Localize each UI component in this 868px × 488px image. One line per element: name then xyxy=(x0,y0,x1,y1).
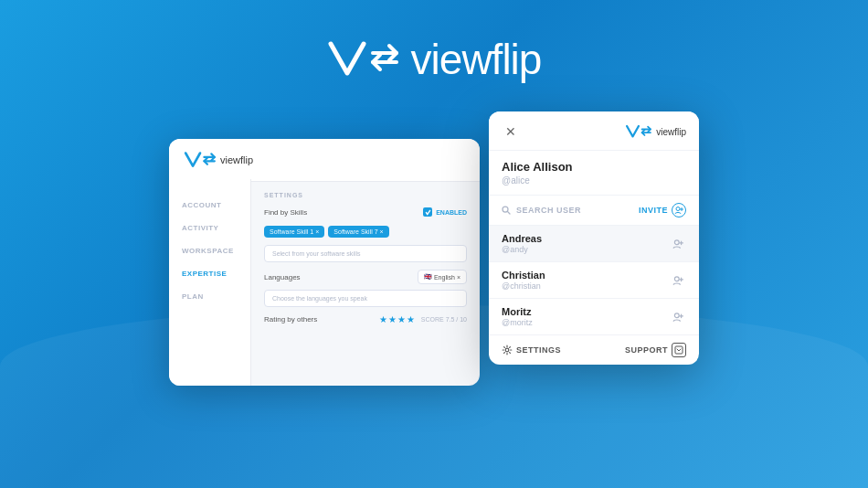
user-list-item-andreas[interactable]: Andreas @andy xyxy=(489,226,699,262)
star-icons: ★★★★ xyxy=(379,314,416,324)
languages-label: Languages xyxy=(264,273,301,281)
close-button[interactable]: ✕ xyxy=(502,122,520,141)
svg-rect-21 xyxy=(675,346,683,354)
invite-label: INVITE xyxy=(639,206,668,215)
user-list-item-christian[interactable]: Christian @christian xyxy=(489,262,699,299)
footer-settings[interactable]: SETTINGS xyxy=(502,345,561,355)
footer-support[interactable]: SUPPORT xyxy=(625,343,686,357)
user-name-andreas: Andreas xyxy=(502,233,542,244)
user-handle-moritz: @moritz xyxy=(502,318,533,327)
find-by-skills-label: Find by Skills xyxy=(264,208,307,217)
skill-tag-2[interactable]: Software Skill 7 × xyxy=(328,226,388,238)
skill-placeholder[interactable]: Select from your software skills xyxy=(264,245,467,262)
user-card-brand: viewflip xyxy=(656,127,686,137)
sidebar-item-account[interactable]: ACCOUNT xyxy=(169,194,250,217)
user-info-section: Alice Allison @alice xyxy=(489,151,699,196)
cards-container: viewflip ACCOUNT ACTIVITY WORKSPACE EXPE… xyxy=(169,111,699,386)
user-action-moritz[interactable] xyxy=(670,309,686,325)
svg-point-14 xyxy=(674,276,679,281)
svg-point-11 xyxy=(674,239,679,244)
settings-sidebar: ACCOUNT ACTIVITY WORKSPACE EXPERTISE PLA… xyxy=(169,179,251,386)
enabled-checkbox[interactable] xyxy=(423,207,432,217)
invite-section: INVITE xyxy=(639,203,686,217)
skill-tag-1[interactable]: Software Skill 1 × xyxy=(264,226,324,238)
user-handle-christian: @christian xyxy=(502,281,545,291)
user-card-footer: SETTINGS SUPPORT xyxy=(489,335,699,365)
user-action-andreas[interactable] xyxy=(670,236,686,252)
footer-support-label: SUPPORT xyxy=(625,345,668,355)
main-content: viewflip viewflip ACCOUNT xyxy=(0,0,868,488)
invite-icon[interactable] xyxy=(672,203,686,217)
rating-label: Rating by others xyxy=(264,315,317,324)
svg-line-7 xyxy=(508,212,511,215)
card-logo-small: viewflip xyxy=(184,150,253,170)
footer-settings-label: SETTINGS xyxy=(516,345,561,355)
settings-card-header: viewflip xyxy=(169,139,480,182)
support-icon xyxy=(672,343,686,357)
user-list-item-moritz[interactable]: Moritz @moritz xyxy=(489,299,699,334)
language-badge[interactable]: 🇬🇧 English × xyxy=(418,270,467,284)
enabled-label: ENABLED xyxy=(436,209,467,216)
sidebar-item-workspace[interactable]: WORKSPACE xyxy=(169,239,250,262)
settings-icon xyxy=(502,345,513,355)
user-name-moritz: Moritz xyxy=(502,306,533,317)
user-card-logo: viewflip xyxy=(625,123,686,140)
search-icon xyxy=(502,206,511,215)
logo-area: viewflip xyxy=(327,35,542,84)
languages-placeholder[interactable]: Choose the languages you speak xyxy=(264,290,467,307)
user-handle: @alice xyxy=(502,175,686,186)
sidebar-item-activity[interactable]: ACTIVITY xyxy=(169,217,250,239)
user-name-christian: Christian xyxy=(502,270,545,281)
user-card-header: ✕ viewflip xyxy=(489,111,699,151)
card-brand-name: viewflip xyxy=(220,154,253,165)
search-bar: SEARCH USER INVITE xyxy=(489,196,699,226)
user-action-christian[interactable] xyxy=(670,272,686,289)
sidebar-item-plan[interactable]: PLAN xyxy=(169,285,250,308)
brand-name: viewflip xyxy=(411,35,542,84)
rating-value: ★★★★ SCORE 7.5 / 10 xyxy=(379,314,467,324)
search-input[interactable]: SEARCH USER xyxy=(516,206,581,215)
user-card: ✕ viewflip Alice Allison @alice xyxy=(489,111,699,365)
svg-point-20 xyxy=(505,348,509,352)
sidebar-item-expertise[interactable]: EXPERTISE xyxy=(169,262,250,285)
logo-icon xyxy=(327,37,400,82)
user-display-name: Alice Allison xyxy=(502,160,686,174)
user-list: Andreas @andy Christian xyxy=(489,226,699,335)
settings-body: SETTINGS Find by Skills ENABLED Software… xyxy=(251,179,480,386)
settings-card: viewflip ACCOUNT ACTIVITY WORKSPACE EXPE… xyxy=(169,139,480,386)
score-text: SCORE 7.5 / 10 xyxy=(421,316,467,323)
enabled-badge: ENABLED xyxy=(423,207,467,217)
svg-point-8 xyxy=(676,207,680,211)
find-by-skills-row: Find by Skills ENABLED xyxy=(264,207,467,217)
user-handle-andy: @andy xyxy=(502,245,542,254)
section-label: SETTINGS xyxy=(264,192,467,198)
rating-row: Rating by others ★★★★ SCORE 7.5 / 10 xyxy=(264,314,467,324)
skill-tags-row: Software Skill 1 × Software Skill 7 × xyxy=(264,226,467,238)
svg-point-17 xyxy=(674,313,679,317)
languages-row: Languages 🇬🇧 English × xyxy=(264,270,467,284)
search-left: SEARCH USER xyxy=(502,206,581,215)
